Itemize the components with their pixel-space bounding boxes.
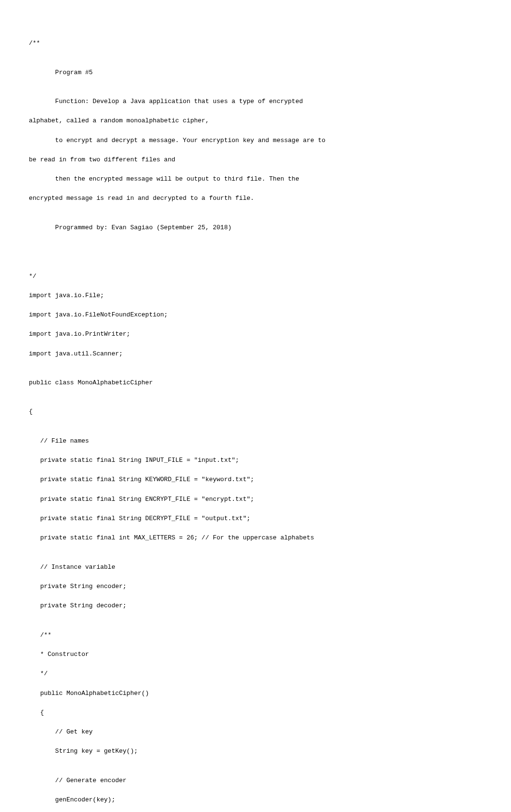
import-statement: import java.io.FileNotFoundException; [29,310,482,320]
import-statement: import java.io.File; [29,291,482,301]
constructor-signature: public MonoAlphabeticCipher() [29,689,482,698]
constant-declaration: private static final int MAX_LETTERS = 2… [29,533,482,543]
function-desc: then the encrypted message will be outpu… [29,174,482,184]
code-comment: // Generate encoder [29,776,482,786]
instance-var-comment: // Instance variable [29,563,482,572]
constant-declaration: private static final String KEYWORD_FILE… [29,475,482,485]
javadoc-close: */ [29,669,482,679]
import-statement: import java.util.Scanner; [29,349,482,359]
program-number: Program #5 [29,68,482,78]
file-names-comment: // File names [29,436,482,446]
import-statement: import java.io.PrintWriter; [29,329,482,339]
class-declaration: public class MonoAlphabeticCipher [29,378,482,388]
function-desc: Function: Develop a Java application tha… [29,97,482,106]
constant-declaration: private static final String DECRYPT_FILE… [29,514,482,524]
code-line: genEncoder(key); [29,795,482,805]
instance-variable: private String decoder; [29,601,482,611]
code-line: String key = getKey(); [29,747,482,756]
code-document: /** Program #5 Function: Develop a Java … [29,29,482,812]
function-desc: be read in from two different files and [29,155,482,165]
constant-declaration: private static final String INPUT_FILE =… [29,456,482,465]
constant-declaration: private static final String ENCRYPT_FILE… [29,495,482,504]
comment-close: */ [29,272,482,281]
function-desc: encrypted message is read in and decrypt… [29,194,482,203]
function-desc: alphabet, called a random monoalphabetic… [29,116,482,126]
open-brace: { [29,407,482,417]
javadoc-open: /** [29,630,482,640]
code-comment: // Get key [29,727,482,737]
open-brace: { [29,708,482,718]
javadoc-line: * Constructor [29,650,482,659]
programmed-by: Programmed by: Evan Sagiao (September 25… [29,223,482,233]
comment-open: /** [29,39,482,48]
instance-variable: private String encoder; [29,582,482,591]
function-desc: to encrypt and decrypt a message. Your e… [29,136,482,145]
